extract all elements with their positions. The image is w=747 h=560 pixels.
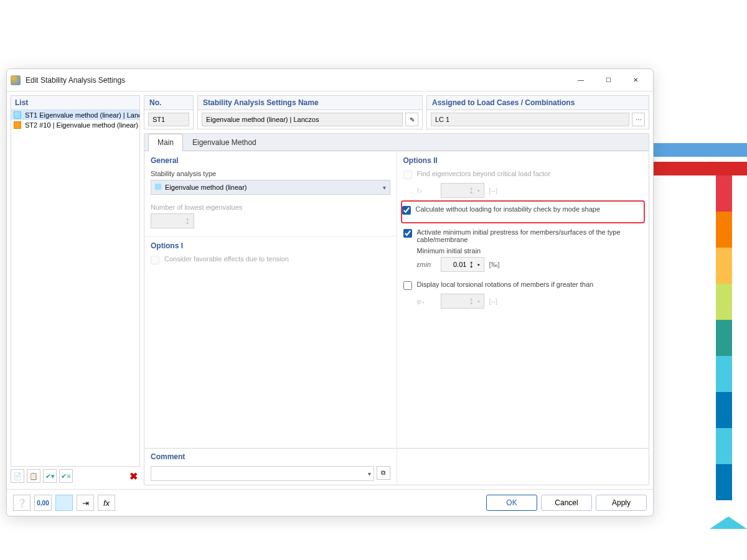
no-header: No. bbox=[144, 96, 193, 110]
settings-list[interactable]: ST1 Eigenvalue method (linear) | Lanczos… bbox=[11, 110, 140, 467]
name-field-group: Stability Analysis Settings Name ✎ bbox=[197, 95, 423, 129]
options2-section: Options II Find eigenvectors beyond crit… bbox=[397, 151, 649, 448]
torsion-checkbox[interactable] bbox=[403, 281, 412, 290]
cancel-button[interactable]: Cancel bbox=[541, 495, 592, 511]
list-item[interactable]: ST2 #10 | Eigenvalue method (linear) | L… bbox=[11, 120, 139, 130]
emin-unit: [‰] bbox=[489, 261, 500, 268]
help-button[interactable]: ❔ bbox=[13, 495, 31, 511]
stability-settings-dialog: Edit Stability Analysis Settings — ☐ ✕ L… bbox=[6, 68, 654, 516]
units-button[interactable]: 0,00 bbox=[34, 495, 52, 511]
list-swatch-icon bbox=[14, 121, 21, 129]
list-item-label: #10 | Eigenvalue method (linear) | Lancz… bbox=[39, 121, 140, 129]
highlighted-option: Calculate without loading for instabilit… bbox=[401, 200, 646, 223]
export-button[interactable]: ⇥ bbox=[77, 495, 94, 511]
function-button[interactable]: fx bbox=[98, 495, 115, 511]
torsion-label: Display local torsional rotations of mem… bbox=[417, 281, 594, 288]
comment-expand-button[interactable]: ⧉ bbox=[377, 466, 390, 480]
f0-label: f₀ bbox=[417, 187, 436, 195]
find-eigen-checkbox-row: Find eigenvectors beyond critical load f… bbox=[403, 170, 643, 179]
apply-button[interactable]: Apply bbox=[596, 495, 647, 511]
stability-type-label: Stability analysis type bbox=[151, 170, 390, 177]
filter-button[interactable]: ✔≡ bbox=[59, 469, 73, 483]
name-input[interactable] bbox=[202, 113, 403, 126]
dialog-footer: ❔ 0,00 ⇥ fx OK Cancel Apply bbox=[7, 489, 653, 516]
section-title: Options I bbox=[151, 241, 390, 250]
list-item[interactable]: ST1 Eigenvalue method (linear) | Lanczos bbox=[11, 110, 139, 120]
chevron-down-icon: ▾ bbox=[383, 184, 386, 191]
list-swatch-icon bbox=[14, 111, 21, 119]
calc-without-loading-row[interactable]: Calculate without loading for instabilit… bbox=[402, 205, 641, 215]
minimize-button[interactable]: — bbox=[567, 71, 594, 90]
select-value: Eigenvalue method (linear) bbox=[165, 184, 247, 191]
list-toolbar: 📄 📋 ✔▾ ✔≡ ✖ bbox=[11, 467, 140, 485]
emin-value: 0.01 bbox=[453, 261, 466, 268]
find-eigen-checkbox bbox=[403, 170, 412, 179]
ok-button[interactable]: OK bbox=[486, 495, 537, 511]
assigned-input[interactable] bbox=[431, 113, 629, 126]
section-title: Options II bbox=[403, 156, 643, 165]
chevron-down-icon: ▾ bbox=[368, 470, 371, 477]
stability-type-select[interactable]: Eigenvalue method (linear) ▾ bbox=[151, 180, 390, 195]
num-eigen-label: Number of lowest eigenvalues bbox=[151, 203, 390, 211]
list-header: List bbox=[11, 95, 140, 110]
tab-eigenvalue-method[interactable]: Eigenvalue Method bbox=[183, 134, 266, 151]
name-header: Stability Analysis Settings Name bbox=[198, 96, 422, 110]
tabs: Main Eigenvalue Method bbox=[144, 134, 649, 151]
options1-section: Options I Consider favorable effects due… bbox=[144, 236, 397, 448]
comment-combo[interactable]: ▾ bbox=[151, 466, 374, 481]
section-title: General bbox=[151, 156, 390, 165]
f0-input: ⭥ ▸ bbox=[441, 183, 484, 198]
titlebar: Edit Stability Analysis Settings — ☐ ✕ bbox=[7, 69, 653, 91]
prestress-checkbox[interactable] bbox=[403, 229, 412, 238]
list-panel: List ST1 Eigenvalue method (linear) | La… bbox=[11, 95, 140, 485]
copy-item-button[interactable]: 📋 bbox=[27, 469, 40, 483]
torsion-row[interactable]: Display local torsional rotations of mem… bbox=[403, 281, 643, 290]
tab-main[interactable]: Main bbox=[148, 134, 183, 151]
content-area: No. Stability Analysis Settings Name ✎ A… bbox=[144, 95, 649, 485]
edit-name-button[interactable]: ✎ bbox=[405, 113, 418, 126]
app-icon bbox=[11, 75, 21, 85]
list-item-code: ST1 bbox=[25, 111, 37, 119]
delete-item-button[interactable]: ✖ bbox=[126, 469, 140, 483]
tension-checkbox bbox=[151, 256, 159, 264]
pick-loadcase-button[interactable]: ⋯ bbox=[632, 113, 645, 126]
assigned-header: Assigned to Load Cases / Combinations bbox=[427, 96, 649, 110]
emin-input[interactable]: 0.01 ⭥ ▸ bbox=[441, 257, 484, 272]
phi-unit: [--] bbox=[489, 297, 497, 305]
find-eigen-label: Find eigenvectors beyond critical load f… bbox=[417, 170, 551, 177]
dialog-title: Edit Stability Analysis Settings bbox=[26, 76, 567, 85]
prestress-label: Activate minimum initial prestress for m… bbox=[417, 228, 643, 243]
assigned-field-group: Assigned to Load Cases / Combinations ⋯ bbox=[426, 95, 649, 129]
prestress-row[interactable]: Activate minimum initial prestress for m… bbox=[403, 228, 643, 243]
f0-unit: [--] bbox=[489, 187, 497, 194]
min-strain-label: Minimum initial strain bbox=[417, 247, 481, 254]
tension-label: Consider favorable effects due to tensio… bbox=[164, 255, 289, 263]
list-item-code: ST2 bbox=[25, 121, 37, 129]
no-field-group: No. bbox=[144, 95, 194, 129]
phi-label: φₓ bbox=[417, 297, 436, 306]
emin-label: εmin bbox=[417, 261, 436, 268]
tension-checkbox-row: Consider favorable effects due to tensio… bbox=[151, 255, 390, 264]
num-eigen-input: ⭥ bbox=[151, 213, 194, 228]
phi-input: ⭥ ▸ bbox=[441, 294, 484, 309]
close-button[interactable]: ✕ bbox=[622, 71, 649, 90]
no-input[interactable] bbox=[148, 113, 189, 126]
section-title: Comment bbox=[151, 452, 390, 461]
list-item-label: Eigenvalue method (linear) | Lanczos bbox=[39, 111, 140, 119]
comment-section: Comment ▾ ⧉ bbox=[144, 448, 397, 485]
color-button[interactable] bbox=[55, 495, 73, 511]
calc-without-loading-label: Calculate without loading for instabilit… bbox=[416, 205, 601, 213]
new-item-button[interactable]: 📄 bbox=[11, 469, 24, 483]
check-button[interactable]: ✔▾ bbox=[43, 469, 57, 483]
general-section: General Stability analysis type Eigenval… bbox=[144, 151, 397, 236]
maximize-button[interactable]: ☐ bbox=[594, 71, 622, 90]
calc-without-loading-checkbox[interactable] bbox=[402, 206, 411, 215]
select-swatch-icon bbox=[155, 184, 161, 190]
background-model bbox=[654, 143, 747, 516]
